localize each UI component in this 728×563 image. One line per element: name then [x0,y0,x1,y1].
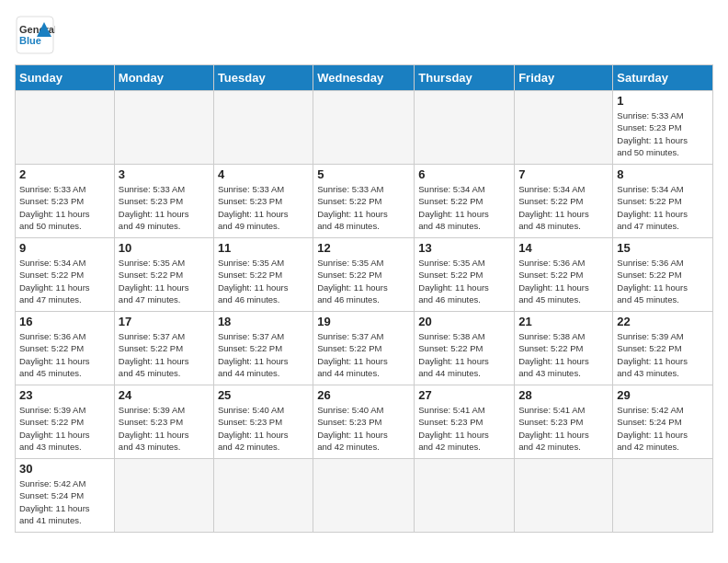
day-number: 12 [317,241,410,255]
calendar-cell: 14Sunrise: 5:36 AM Sunset: 5:22 PM Dayli… [515,238,613,312]
day-number: 23 [19,388,110,402]
weekday-header-tuesday: Tuesday [213,65,313,91]
calendar-cell: 10Sunrise: 5:35 AM Sunset: 5:22 PM Dayli… [114,238,213,312]
calendar-cell: 6Sunrise: 5:34 AM Sunset: 5:22 PM Daylig… [415,165,515,238]
weekday-header-friday: Friday [515,65,613,91]
calendar-cell: 25Sunrise: 5:40 AM Sunset: 5:23 PM Dayli… [213,385,313,459]
day-info: Sunrise: 5:37 AM Sunset: 5:22 PM Dayligh… [119,330,210,379]
calendar-cell: 23Sunrise: 5:39 AM Sunset: 5:22 PM Dayli… [16,385,115,459]
day-number: 4 [218,167,309,181]
calendar-cell [415,459,515,533]
day-info: Sunrise: 5:41 AM Sunset: 5:23 PM Dayligh… [518,404,609,453]
day-info: Sunrise: 5:39 AM Sunset: 5:23 PM Dayligh… [119,404,210,453]
day-number: 2 [19,167,110,181]
day-number: 3 [119,167,210,181]
weekday-header-monday: Monday [114,65,213,91]
calendar-week-2: 9Sunrise: 5:34 AM Sunset: 5:22 PM Daylig… [16,238,713,312]
day-number: 21 [518,315,609,328]
day-number: 6 [418,167,510,181]
day-info: Sunrise: 5:34 AM Sunset: 5:22 PM Dayligh… [418,183,510,232]
day-number: 19 [317,315,410,328]
calendar-cell: 4Sunrise: 5:33 AM Sunset: 5:23 PM Daylig… [213,165,313,238]
day-info: Sunrise: 5:34 AM Sunset: 5:22 PM Dayligh… [617,183,709,232]
day-number: 8 [617,167,709,181]
day-number: 9 [19,241,110,255]
day-info: Sunrise: 5:34 AM Sunset: 5:22 PM Dayligh… [19,257,110,305]
logo: General Blue [15,15,59,55]
day-info: Sunrise: 5:36 AM Sunset: 5:22 PM Dayligh… [617,257,709,305]
calendar-cell [213,459,313,533]
calendar-cell [515,91,613,165]
calendar-body: 1Sunrise: 5:33 AM Sunset: 5:23 PM Daylig… [16,91,713,533]
calendar-cell [515,459,613,533]
day-info: Sunrise: 5:33 AM Sunset: 5:23 PM Dayligh… [617,109,709,158]
day-number: 20 [418,315,510,328]
calendar-cell: 8Sunrise: 5:34 AM Sunset: 5:22 PM Daylig… [613,165,713,238]
day-info: Sunrise: 5:33 AM Sunset: 5:22 PM Dayligh… [317,183,410,232]
calendar-cell: 24Sunrise: 5:39 AM Sunset: 5:23 PM Dayli… [114,385,213,459]
day-info: Sunrise: 5:37 AM Sunset: 5:22 PM Dayligh… [218,330,309,379]
calendar-cell [313,459,415,533]
day-info: Sunrise: 5:41 AM Sunset: 5:23 PM Dayligh… [418,404,510,453]
day-number: 5 [317,167,410,181]
day-info: Sunrise: 5:40 AM Sunset: 5:23 PM Dayligh… [218,404,309,453]
calendar-cell: 5Sunrise: 5:33 AM Sunset: 5:22 PM Daylig… [313,165,415,238]
day-number: 29 [617,388,709,402]
day-number: 15 [617,241,709,255]
calendar-cell: 18Sunrise: 5:37 AM Sunset: 5:22 PM Dayli… [213,312,313,385]
calendar-cell: 7Sunrise: 5:34 AM Sunset: 5:22 PM Daylig… [515,165,613,238]
logo-icon: General Blue [15,15,55,55]
calendar-cell: 21Sunrise: 5:38 AM Sunset: 5:22 PM Dayli… [515,312,613,385]
calendar-cell [16,91,115,165]
calendar-cell [213,91,313,165]
calendar-week-5: 30Sunrise: 5:42 AM Sunset: 5:24 PM Dayli… [16,459,713,533]
day-number: 11 [218,241,309,255]
day-info: Sunrise: 5:42 AM Sunset: 5:24 PM Dayligh… [617,404,709,453]
weekday-header-wednesday: Wednesday [313,65,415,91]
weekday-header-saturday: Saturday [613,65,713,91]
day-number: 30 [19,462,110,476]
day-info: Sunrise: 5:35 AM Sunset: 5:22 PM Dayligh… [418,257,510,305]
day-number: 27 [418,388,510,402]
day-number: 16 [19,315,110,328]
day-info: Sunrise: 5:39 AM Sunset: 5:22 PM Dayligh… [19,404,110,453]
day-number: 14 [518,241,609,255]
calendar-cell [114,459,213,533]
svg-text:General: General [19,24,55,35]
calendar-table: SundayMondayTuesdayWednesdayThursdayFrid… [15,64,713,533]
calendar-cell: 12Sunrise: 5:35 AM Sunset: 5:22 PM Dayli… [313,238,415,312]
calendar-cell: 20Sunrise: 5:38 AM Sunset: 5:22 PM Dayli… [415,312,515,385]
calendar-cell: 16Sunrise: 5:36 AM Sunset: 5:22 PM Dayli… [16,312,115,385]
day-number: 10 [119,241,210,255]
day-info: Sunrise: 5:35 AM Sunset: 5:22 PM Dayligh… [317,257,410,305]
day-info: Sunrise: 5:38 AM Sunset: 5:22 PM Dayligh… [518,330,609,379]
weekday-header-thursday: Thursday [415,65,515,91]
calendar-cell: 29Sunrise: 5:42 AM Sunset: 5:24 PM Dayli… [613,385,713,459]
day-info: Sunrise: 5:33 AM Sunset: 5:23 PM Dayligh… [119,183,210,232]
calendar-cell: 3Sunrise: 5:33 AM Sunset: 5:23 PM Daylig… [114,165,213,238]
day-info: Sunrise: 5:33 AM Sunset: 5:23 PM Dayligh… [218,183,309,232]
day-number: 25 [218,388,309,402]
calendar-cell: 28Sunrise: 5:41 AM Sunset: 5:23 PM Dayli… [515,385,613,459]
day-number: 1 [617,94,709,108]
day-info: Sunrise: 5:34 AM Sunset: 5:22 PM Dayligh… [518,183,609,232]
calendar-cell: 27Sunrise: 5:41 AM Sunset: 5:23 PM Dayli… [415,385,515,459]
calendar-cell: 15Sunrise: 5:36 AM Sunset: 5:22 PM Dayli… [613,238,713,312]
day-info: Sunrise: 5:35 AM Sunset: 5:22 PM Dayligh… [119,257,210,305]
day-number: 13 [418,241,510,255]
calendar-week-0: 1Sunrise: 5:33 AM Sunset: 5:23 PM Daylig… [16,91,713,165]
calendar-week-1: 2Sunrise: 5:33 AM Sunset: 5:23 PM Daylig… [16,165,713,238]
day-info: Sunrise: 5:42 AM Sunset: 5:24 PM Dayligh… [19,477,110,526]
header: General Blue [15,15,713,55]
day-info: Sunrise: 5:40 AM Sunset: 5:23 PM Dayligh… [317,404,410,453]
day-number: 24 [119,388,210,402]
calendar-cell: 1Sunrise: 5:33 AM Sunset: 5:23 PM Daylig… [613,91,713,165]
day-info: Sunrise: 5:36 AM Sunset: 5:22 PM Dayligh… [518,257,609,305]
day-number: 7 [518,167,609,181]
day-number: 22 [617,315,709,328]
day-number: 26 [317,388,410,402]
calendar-cell [613,459,713,533]
day-info: Sunrise: 5:38 AM Sunset: 5:22 PM Dayligh… [418,330,510,379]
calendar-cell: 26Sunrise: 5:40 AM Sunset: 5:23 PM Dayli… [313,385,415,459]
calendar-cell [415,91,515,165]
